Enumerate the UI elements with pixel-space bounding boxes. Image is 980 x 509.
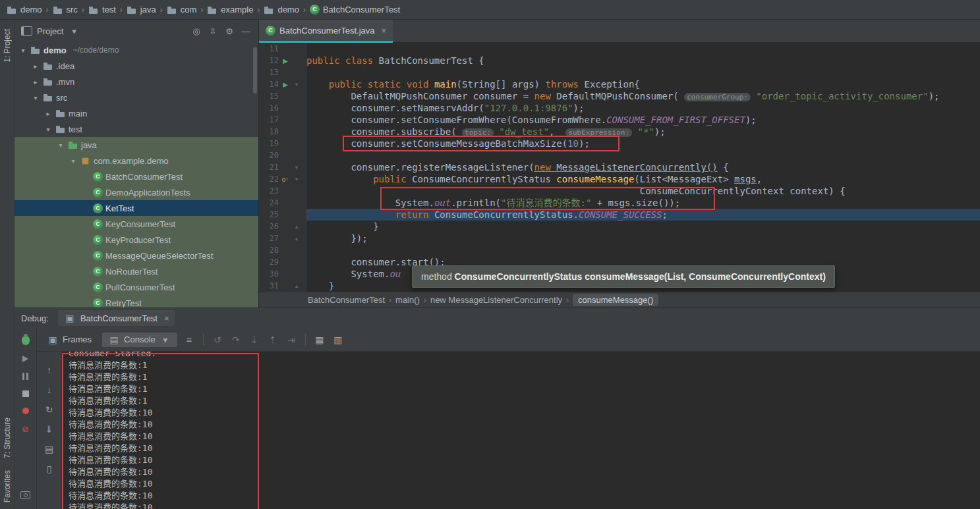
console-tab[interactable]: ▤ Console ▾ [102, 333, 177, 347]
code-line-28[interactable]: 28 [259, 244, 980, 256]
fold-marker-icon[interactable]: ▾ [292, 81, 301, 88]
step-out-icon[interactable]: ⇡ [266, 335, 279, 345]
breadcrumb-item[interactable]: CBatchConsumerTest [308, 5, 401, 14]
pause-button[interactable] [22, 373, 28, 380]
override-marker-icon[interactable]: o↑ [279, 176, 292, 183]
frames-tab[interactable]: ▣ Frames [41, 333, 97, 347]
run-marker-icon[interactable]: ▶ [279, 81, 292, 88]
run-to-cursor-icon[interactable]: ⇥ [285, 335, 298, 345]
breadcrumb-item[interactable]: src [51, 5, 79, 15]
tool-button-favorites[interactable]: Favorites [3, 470, 12, 502]
code-line-17[interactable]: 17 consumer.setConsumeFromWhere(ConsumeF… [259, 114, 980, 126]
fold-marker-icon[interactable]: ▾ [292, 164, 301, 171]
collapse-all-icon[interactable]: ⇳ [207, 26, 219, 36]
chevron-down-icon[interactable]: ▾ [68, 26, 80, 36]
editor-breadcrumb-item[interactable]: BatchConsumerTest [308, 295, 385, 305]
run-marker-icon[interactable]: ▶ [279, 57, 292, 65]
tree-item[interactable]: ▾demo~/code/demo [14, 42, 258, 58]
threads-view-icon[interactable]: ▦ [313, 335, 326, 345]
tree-item[interactable]: ▾src [14, 90, 258, 105]
project-scrollbar[interactable] [253, 47, 257, 94]
code-line-22[interactable]: 22o↑▾ public ConsumeConcurrentlyStatus c… [259, 173, 980, 185]
editor-breadcrumb-item[interactable]: new MessageListenerConcurrently [430, 295, 562, 305]
code-line-25[interactable]: 25 return ConsumeConcurrentlyStatus.CONS… [259, 209, 980, 221]
code-line-21[interactable]: 21▾ consumer.registerMessageListener(new… [259, 161, 980, 173]
scroll-to-end-icon[interactable]: ⇓ [43, 424, 56, 435]
tree-item[interactable]: CNoRouterTest [14, 263, 258, 279]
fold-marker-icon[interactable]: ▴ [292, 223, 301, 230]
editor-breadcrumb-item[interactable]: main() [395, 295, 420, 305]
chevron-down-icon[interactable]: ▾ [69, 157, 78, 165]
tree-item[interactable]: ▾java [14, 137, 258, 153]
locate-icon[interactable]: ◎ [190, 26, 202, 36]
tree-item[interactable]: CDemoApplicationTests [14, 184, 258, 200]
breadcrumb-item[interactable]: java [125, 5, 158, 15]
code-line-12[interactable]: 12▶public class BatchConsumerTest { [259, 55, 980, 67]
gutter: 14▶▾ [259, 78, 306, 90]
close-icon[interactable]: × [382, 26, 387, 36]
tree-item[interactable]: CKeyConsumerTest [14, 216, 258, 232]
breadcrumb-item[interactable]: com [165, 5, 198, 15]
soft-wrap-icon[interactable]: ↻ [43, 404, 56, 415]
chevron-down-icon[interactable]: ▾ [18, 47, 28, 54]
filter-icon[interactable]: ▥ [331, 335, 345, 345]
mute-breakpoints-button[interactable]: ⊘ [22, 425, 29, 433]
fold-marker-icon[interactable]: ▴ [292, 282, 301, 289]
print-icon[interactable]: ▤ [43, 444, 56, 454]
screenshot-button[interactable] [20, 491, 30, 499]
chevron-right-icon[interactable]: ▸ [31, 78, 40, 86]
tree-item[interactable]: ▾test [14, 121, 258, 137]
tool-button-structure[interactable]: 7: Structure [3, 417, 12, 458]
breadcrumb-item[interactable]: test [87, 5, 117, 15]
resume-button[interactable] [22, 356, 28, 362]
debug-session-tab[interactable]: ▣ BatchConsumerTest × [58, 310, 175, 326]
chevron-down-icon[interactable]: ▾ [56, 142, 65, 149]
code-line-19[interactable]: 19 consumer.setConsumeMessageBatchMaxSiz… [259, 138, 980, 149]
code-line-16[interactable]: 16 consumer.setNamesrvAddr("127.0.0.1:98… [259, 102, 980, 114]
gear-icon[interactable]: ⚙ [223, 26, 235, 36]
code-line-20[interactable]: 20 [259, 149, 980, 161]
step-into-icon[interactable]: ⇣ [248, 335, 261, 345]
code-line-15[interactable]: 15 DefaultMQPushConsumer consumer = new … [259, 90, 980, 102]
code-line-27[interactable]: 27▴ }); [259, 232, 980, 244]
breadcrumb-item[interactable]: demo [5, 5, 43, 15]
close-icon[interactable]: × [164, 313, 169, 323]
tree-item[interactable]: CRetryTest [14, 295, 258, 308]
navigate-up-icon[interactable]: ↑ [43, 365, 56, 375]
code-line-24[interactable]: 24 System.out.println("待消息消费的条数:" + msgs… [259, 197, 980, 209]
editor-breadcrumb-item[interactable]: consumeMessage() [573, 294, 658, 306]
tree-item[interactable]: CMessageQueueSelectorTest [14, 248, 258, 263]
navigate-down-icon[interactable]: ↓ [43, 385, 56, 395]
step-over-icon[interactable]: ↷ [229, 335, 243, 345]
tree-item[interactable]: CKeyProducerTest [14, 232, 258, 248]
breadcrumb-item[interactable]: demo [262, 5, 301, 15]
tool-button-project[interactable]: 1: Project [3, 29, 12, 63]
code-line-18[interactable]: 18 consumer.subscribe( topic: "dw_test",… [259, 126, 980, 138]
chevron-right-icon[interactable]: ▸ [43, 110, 53, 117]
chevron-down-icon[interactable]: ▾ [31, 94, 40, 101]
hide-panel-icon[interactable]: — [240, 26, 252, 36]
tree-item[interactable]: ▸main [14, 105, 258, 121]
tree-item[interactable]: ▸.mvn [14, 74, 258, 90]
tree-item[interactable]: CBatchConsumerTest [14, 169, 258, 184]
editor-tab-batchconsumertest[interactable]: C BatchConsumerTest.java × [259, 20, 393, 43]
code-line-14[interactable]: 14▶▾ public static void main(String[] ar… [259, 78, 980, 90]
code-line-26[interactable]: 26▴ } [259, 221, 980, 232]
tree-item[interactable]: ▾com.example.demo [14, 153, 258, 169]
chevron-right-icon[interactable]: ▸ [31, 63, 40, 70]
clear-console-icon[interactable]: ▯ [43, 464, 56, 474]
tree-item[interactable]: CKetTest [14, 200, 258, 216]
code-line-11[interactable]: 11 [259, 43, 980, 55]
fold-marker-icon[interactable]: ▴ [292, 235, 301, 242]
menu-icon[interactable]: ≡ [183, 335, 196, 345]
chevron-down-icon[interactable]: ▾ [43, 126, 53, 133]
tree-item[interactable]: ▸.idea [14, 58, 258, 74]
breadcrumb-item[interactable]: example [206, 5, 254, 15]
tree-item[interactable]: CPullConsumerTest [14, 279, 258, 295]
code-line-23[interactable]: 23 ConsumeConcurrentlyContext context) { [259, 185, 980, 197]
fold-marker-icon[interactable]: ▾ [292, 176, 301, 182]
view-breakpoints-button[interactable] [22, 408, 29, 414]
show-execution-point-icon[interactable]: ↺ [211, 335, 224, 345]
code-line-13[interactable]: 13 [259, 67, 980, 78]
stop-button[interactable] [22, 390, 29, 397]
